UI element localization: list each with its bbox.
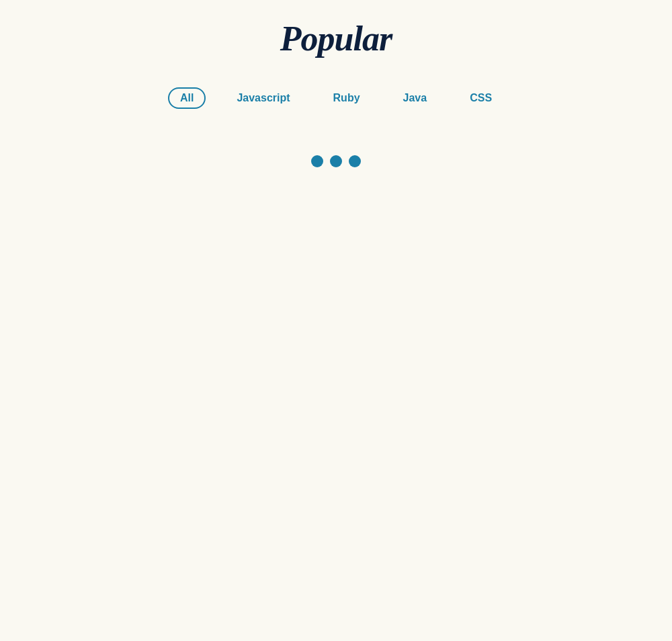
filter-javascript[interactable]: Javascript (224, 87, 302, 110)
filter-navigation: All Javascript Ruby Java CSS (168, 87, 504, 110)
filter-ruby[interactable]: Ruby (321, 87, 372, 110)
loading-dot-1 (311, 155, 323, 167)
filter-java[interactable]: Java (391, 87, 439, 110)
filter-css[interactable]: CSS (458, 87, 504, 110)
loading-dot-2 (330, 155, 342, 167)
page-title: Popular (280, 19, 392, 58)
filter-all[interactable]: All (168, 87, 206, 109)
loading-indicator (311, 155, 361, 167)
loading-dot-3 (349, 155, 361, 167)
